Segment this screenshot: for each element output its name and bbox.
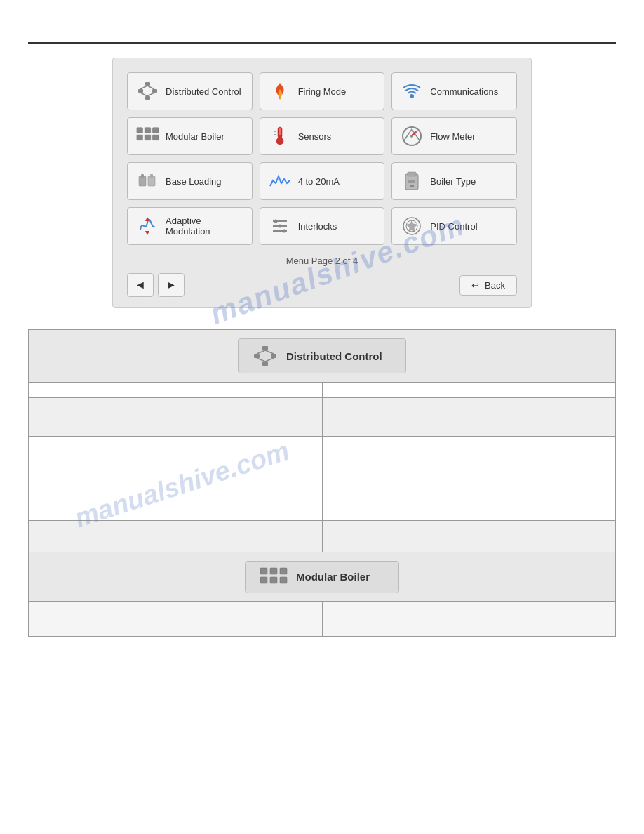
pid-control-label: PID Control	[430, 221, 477, 232]
flame-icon	[269, 80, 291, 102]
modular-boiler-icon	[260, 567, 288, 587]
flow-meter-label: Flow Meter	[430, 131, 475, 142]
svg-rect-16	[279, 128, 281, 135]
table-cell	[322, 437, 469, 521]
prev-arrow-icon: ◄	[135, 279, 146, 291]
adaptive-modulation-label: Adaptive Modulation	[166, 216, 243, 237]
table-cell	[29, 602, 175, 637]
mb-header-label: Modular Boiler	[296, 571, 370, 583]
back-button[interactable]: ↩ Back	[459, 275, 517, 296]
boilertype-icon	[401, 170, 423, 192]
svg-line-44	[265, 350, 274, 354]
table-cell	[29, 437, 175, 521]
table-cell	[175, 398, 322, 437]
mb-header-row: Modular Boiler	[29, 552, 616, 602]
btn-base-loading[interactable]: Base Loading	[127, 162, 253, 200]
table-row-small	[29, 521, 616, 552]
table-row-last	[29, 602, 616, 637]
btn-modular-boiler[interactable]: Modular Boiler	[127, 117, 253, 155]
svg-rect-3	[145, 96, 150, 100]
svg-rect-13	[145, 135, 150, 140]
table-cell	[322, 383, 469, 398]
svg-rect-30	[410, 185, 414, 187]
table-cell	[175, 383, 322, 398]
svg-point-36	[282, 230, 286, 233]
table-cell	[469, 521, 615, 552]
distributed-icon	[136, 80, 159, 102]
distributed-control-icon	[253, 345, 278, 367]
svg-rect-52	[280, 577, 287, 583]
svg-rect-39	[262, 346, 268, 350]
back-label: Back	[485, 280, 505, 291]
table-cell	[322, 602, 469, 637]
flowmeter-icon	[401, 125, 423, 147]
btn-sensors[interactable]: Sensors	[260, 117, 385, 155]
svg-rect-11	[153, 128, 159, 133]
svg-rect-10	[145, 128, 150, 133]
modular-icon	[136, 125, 159, 147]
dc-header-inner[interactable]: Distributed Control	[238, 338, 406, 373]
menu-panel: Distributed Control Firing Mode Comm	[112, 58, 532, 308]
svg-rect-41	[271, 354, 276, 358]
svg-line-4	[140, 86, 147, 89]
table-row-tall	[29, 437, 616, 521]
btn-interlocks[interactable]: Interlocks	[260, 207, 385, 245]
boiler-type-label: Boiler Type	[430, 176, 476, 187]
btn-4to20ma[interactable]: 4 to 20mA	[260, 162, 385, 200]
svg-point-17	[276, 138, 283, 145]
svg-line-6	[140, 93, 147, 96]
svg-rect-24	[141, 174, 144, 178]
svg-rect-47	[260, 568, 267, 574]
pid-icon	[401, 215, 423, 237]
svg-rect-9	[137, 128, 142, 133]
btn-firing-mode[interactable]: Firing Mode	[260, 72, 385, 110]
btn-boiler-type[interactable]: Boiler Type	[391, 162, 517, 200]
svg-line-5	[147, 86, 154, 89]
table-cell	[469, 383, 615, 398]
menu-grid: Distributed Control Firing Mode Comm	[127, 72, 517, 245]
lower-table: Distributed Control	[28, 329, 616, 637]
modular-boiler-label: Modular Boiler	[166, 131, 224, 142]
distributed-control-label: Distributed Control	[166, 86, 241, 97]
mb-header-inner[interactable]: Modular Boiler	[245, 561, 399, 593]
btn-distributed-control[interactable]: Distributed Control	[127, 72, 253, 110]
table-cell	[29, 398, 175, 437]
svg-line-43	[257, 350, 265, 354]
prev-button[interactable]: ◄	[127, 273, 154, 297]
svg-rect-48	[270, 568, 277, 574]
table-cell	[175, 602, 322, 637]
svg-rect-42	[262, 362, 268, 366]
adaptive-icon	[136, 215, 159, 237]
baseload-icon	[136, 170, 159, 192]
base-loading-label: Base Loading	[166, 176, 222, 187]
comms-icon	[401, 80, 423, 102]
btn-communications[interactable]: Communications	[391, 72, 517, 110]
svg-rect-26	[150, 174, 153, 178]
svg-rect-1	[138, 89, 143, 93]
svg-line-7	[147, 93, 154, 96]
lower-section: Distributed Control	[28, 329, 616, 637]
svg-rect-28	[408, 172, 416, 176]
svg-rect-29	[408, 180, 415, 183]
dc-header-label: Distributed Control	[286, 350, 382, 362]
next-button[interactable]: ►	[158, 273, 185, 297]
4to20ma-label: 4 to 20mA	[298, 176, 340, 187]
svg-rect-0	[145, 82, 150, 86]
svg-rect-12	[137, 135, 142, 140]
btn-adaptive-modulation[interactable]: Adaptive Modulation	[127, 207, 253, 245]
svg-rect-49	[280, 568, 287, 574]
svg-point-32	[274, 220, 277, 223]
svg-rect-25	[148, 176, 155, 186]
svg-rect-50	[260, 577, 267, 583]
table-cell	[469, 602, 615, 637]
table-cell	[322, 521, 469, 552]
table-cell	[29, 383, 175, 398]
communications-label: Communications	[430, 86, 498, 97]
table-cell	[175, 437, 322, 521]
svg-rect-23	[139, 176, 146, 186]
nav-arrows: ◄ ►	[127, 273, 185, 297]
btn-flow-meter[interactable]: Flow Meter	[391, 117, 517, 155]
btn-pid-control[interactable]: PID Control	[391, 207, 517, 245]
sensor-icon	[269, 125, 291, 147]
svg-point-34	[278, 225, 281, 228]
